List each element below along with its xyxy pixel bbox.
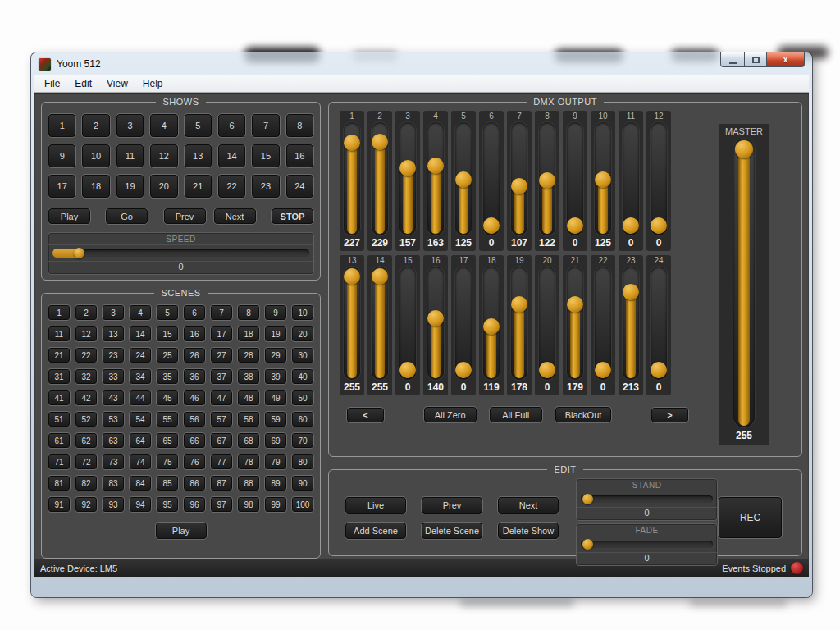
scene-button-52[interactable]: 52 [75,411,98,427]
delete-scene-button[interactable]: Delete Scene [421,522,483,540]
scene-button-32[interactable]: 32 [75,368,98,385]
scene-button-44[interactable]: 44 [129,390,152,406]
scene-button-47[interactable]: 47 [210,390,233,406]
scene-button-18[interactable]: 18 [237,326,260,342]
go-show-button[interactable]: Go [105,208,148,225]
scene-button-31[interactable]: 31 [48,368,71,385]
scenes-play-button[interactable]: Play [155,522,208,540]
scene-button-4[interactable]: 4 [129,304,152,321]
show-button-4[interactable]: 4 [149,113,178,138]
scene-button-27[interactable]: 27 [210,347,233,363]
scene-button-40[interactable]: 40 [291,368,314,385]
next-show-button[interactable]: Next [213,208,257,225]
fader-knob[interactable] [623,217,639,234]
scene-button-100[interactable]: 100 [291,496,314,513]
show-button-20[interactable]: 20 [149,174,178,199]
scene-button-66[interactable]: 66 [183,432,206,449]
fader-knob[interactable] [511,296,527,313]
scene-button-82[interactable]: 82 [75,475,98,491]
scene-button-14[interactable]: 14 [129,326,152,342]
scene-button-17[interactable]: 17 [210,326,233,342]
all-zero-button[interactable]: All Zero [423,406,477,423]
minimize-button[interactable] [720,52,744,67]
fader-knob[interactable] [595,171,611,188]
show-button-6[interactable]: 6 [217,113,246,138]
fader-knob[interactable] [595,362,611,378]
scene-button-53[interactable]: 53 [102,411,125,427]
channel-fader[interactable] [623,267,639,380]
show-button-9[interactable]: 9 [48,144,76,168]
show-button-22[interactable]: 22 [217,174,246,199]
scene-button-80[interactable]: 80 [291,454,314,470]
scene-button-58[interactable]: 58 [237,411,260,427]
fader-knob[interactable] [399,160,416,176]
dmx-prev-page-button[interactable]: < [346,407,385,423]
scene-button-72[interactable]: 72 [75,454,98,470]
scene-button-62[interactable]: 62 [75,432,98,449]
fader-knob[interactable] [483,217,500,234]
show-button-8[interactable]: 8 [285,113,314,138]
scene-button-30[interactable]: 30 [291,347,314,363]
channel-fader[interactable] [539,267,555,380]
scene-button-19[interactable]: 19 [264,326,287,342]
scene-button-9[interactable]: 9 [264,304,287,321]
scene-button-24[interactable]: 24 [129,347,152,363]
scene-button-48[interactable]: 48 [237,390,260,406]
show-button-13[interactable]: 13 [184,144,212,168]
scene-button-88[interactable]: 88 [237,475,260,491]
show-button-17[interactable]: 17 [48,174,76,199]
scene-button-6[interactable]: 6 [183,304,206,321]
channel-fader[interactable] [567,122,583,235]
scene-button-15[interactable]: 15 [156,326,179,342]
scene-button-63[interactable]: 63 [102,432,125,449]
show-button-2[interactable]: 2 [81,113,110,138]
scene-button-99[interactable]: 99 [264,496,287,513]
fader-knob[interactable] [455,362,472,378]
scene-button-98[interactable]: 98 [237,496,260,513]
channel-fader[interactable] [539,122,555,235]
show-button-21[interactable]: 21 [184,174,212,199]
scene-button-38[interactable]: 38 [237,368,260,385]
fader-knob[interactable] [344,268,360,285]
scene-button-64[interactable]: 64 [129,432,152,449]
scene-button-39[interactable]: 39 [264,368,287,385]
scene-button-11[interactable]: 11 [48,326,71,342]
next-button[interactable]: Next [497,496,559,514]
scene-button-86[interactable]: 86 [183,475,206,491]
scene-button-50[interactable]: 50 [291,390,314,406]
fader-knob[interactable] [623,284,639,300]
scene-button-42[interactable]: 42 [75,390,98,406]
channel-fader[interactable] [483,122,500,235]
title-bar[interactable]: Yoom 512 x [34,52,809,75]
fader-knob[interactable] [427,158,444,174]
scene-button-23[interactable]: 23 [102,347,125,363]
scene-button-46[interactable]: 46 [183,390,206,406]
scene-button-7[interactable]: 7 [210,304,233,321]
scene-button-16[interactable]: 16 [183,326,206,342]
fader-knob[interactable] [455,171,472,188]
scene-button-57[interactable]: 57 [210,411,233,427]
scene-button-45[interactable]: 45 [156,390,179,406]
scene-button-75[interactable]: 75 [156,454,179,470]
fader-knob[interactable] [483,318,500,335]
show-button-1[interactable]: 1 [48,113,76,138]
fade-slider-knob[interactable] [582,539,593,550]
channel-fader[interactable] [567,267,583,380]
menu-edit[interactable]: Edit [67,76,99,91]
menu-help[interactable]: Help [135,76,171,91]
scene-button-29[interactable]: 29 [264,347,287,363]
scene-button-21[interactable]: 21 [48,347,71,363]
scene-button-10[interactable]: 10 [291,304,314,321]
scene-button-49[interactable]: 49 [264,390,287,406]
scene-button-20[interactable]: 20 [291,326,314,342]
show-button-15[interactable]: 15 [251,144,280,168]
scene-button-85[interactable]: 85 [156,475,179,491]
scene-button-35[interactable]: 35 [156,368,179,385]
show-button-5[interactable]: 5 [184,113,212,138]
scene-button-51[interactable]: 51 [48,411,71,427]
speed-slider-knob[interactable] [74,248,84,258]
scene-button-65[interactable]: 65 [156,432,179,449]
rec-button[interactable]: REC [718,496,783,539]
channel-fader[interactable] [511,267,527,380]
channel-fader[interactable] [595,267,611,380]
